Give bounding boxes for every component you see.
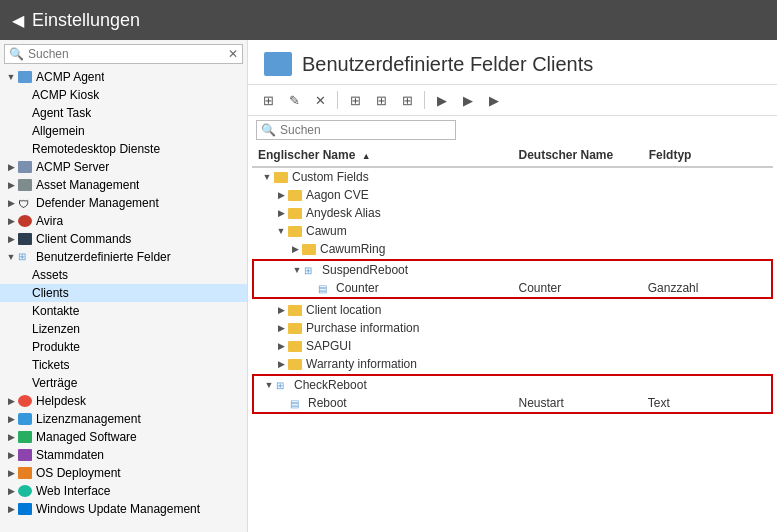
- content-search-box[interactable]: 🔍: [256, 120, 456, 140]
- sidebar-item-lizenzen[interactable]: Lizenzen: [0, 320, 247, 338]
- folder-icon: [288, 359, 302, 370]
- sidebar-item-custom-fields[interactable]: ▼ ⊞ Benutzerdefinierte Felder: [0, 248, 247, 266]
- row-english-name: Reboot: [308, 396, 347, 410]
- row-english-name: Anydesk Alias: [306, 206, 381, 220]
- row-english-name: Cawum: [306, 224, 347, 238]
- row-german-name: [513, 186, 643, 204]
- table-row[interactable]: ▶ Warranty information: [252, 355, 773, 373]
- row-english-name: SuspendReboot: [322, 263, 408, 277]
- row-german-name: [513, 355, 643, 373]
- row-field-type: [643, 319, 773, 337]
- content-search-input[interactable]: [280, 123, 451, 137]
- back-button[interactable]: ◀: [12, 11, 24, 30]
- sidebar-item-managed-software[interactable]: ▶ Managed Software: [0, 428, 247, 446]
- sidebar: 🔍 ✕ ▼ ACMP Agent ACMP Kiosk Agent Task A: [0, 40, 248, 532]
- content-search-icon: 🔍: [261, 123, 276, 137]
- row-field-type: [643, 222, 773, 240]
- content-area: Benutzerdefinierte Felder Clients ⊞ ✎ ✕ …: [248, 40, 777, 532]
- content-table: Englischer Name ▲ Deutscher Name Feldtyp: [252, 144, 773, 258]
- sidebar-item-remotedesktop[interactable]: Remotedesktop Dienste: [0, 140, 247, 158]
- license-icon: [18, 413, 32, 425]
- sidebar-label-acmp-kiosk: ACMP Kiosk: [32, 88, 99, 102]
- sidebar-label-client-commands: Client Commands: [36, 232, 131, 246]
- sidebar-item-stammdaten[interactable]: ▶ Stammdaten: [0, 446, 247, 464]
- sidebar-label-acmp-server: ACMP Server: [36, 160, 109, 174]
- sidebar-label-vertrage: Verträge: [32, 376, 77, 390]
- row-expand-icon: ▶: [274, 190, 288, 200]
- toolbar-btn-copy[interactable]: ⊞: [343, 89, 367, 111]
- field-icon: ▤: [318, 283, 332, 294]
- sidebar-item-web-interface[interactable]: ▶ Web Interface: [0, 482, 247, 500]
- sidebar-item-lizenzmanagement[interactable]: ▶ Lizenzmanagement: [0, 410, 247, 428]
- shield-icon: [18, 197, 32, 209]
- sidebar-item-clients-sub[interactable]: Clients: [0, 284, 247, 302]
- table-row[interactable]: ▶ Aagon CVE: [252, 186, 773, 204]
- expand-icon-custom-fields: ▼: [4, 252, 18, 262]
- sidebar-item-asset-mgmt[interactable]: ▶ Asset Management: [0, 176, 247, 194]
- sidebar-label-avira: Avira: [36, 214, 63, 228]
- sidebar-item-acmp-agent[interactable]: ▼ ACMP Agent: [0, 68, 247, 86]
- toolbar-btn-run3[interactable]: ▶: [482, 89, 506, 111]
- row-field-type: [643, 240, 773, 258]
- row-field-type: Text: [642, 394, 771, 412]
- sidebar-item-tickets[interactable]: Tickets: [0, 356, 247, 374]
- table-row-counter[interactable]: ▤ Counter Counter Ganzzahl: [254, 279, 771, 297]
- sidebar-item-helpdesk[interactable]: ▶ Helpdesk: [0, 392, 247, 410]
- sidebar-item-agent-task[interactable]: Agent Task: [0, 104, 247, 122]
- grid-icon: ⊞: [18, 251, 32, 263]
- sidebar-search-box[interactable]: 🔍 ✕: [4, 44, 243, 64]
- row-english-name: Client location: [306, 303, 381, 317]
- table-row[interactable]: ▶ Client location: [252, 301, 773, 319]
- check-table: ▼ ⊞ CheckReboot ▤ R: [254, 376, 771, 412]
- toolbar-btn-run2[interactable]: ▶: [456, 89, 480, 111]
- toolbar-btn-run1[interactable]: ▶: [430, 89, 454, 111]
- folder-icon: [288, 341, 302, 352]
- sidebar-item-kontakte[interactable]: Kontakte: [0, 302, 247, 320]
- toolbar-btn-new[interactable]: ⊞: [256, 89, 280, 111]
- sidebar-item-vertrage[interactable]: Verträge: [0, 374, 247, 392]
- sidebar-item-avira[interactable]: ▶ Avira: [0, 212, 247, 230]
- sidebar-label-windows-update: Windows Update Management: [36, 502, 200, 516]
- toolbar-btn-delete[interactable]: ✕: [308, 89, 332, 111]
- table-row[interactable]: ▼ Custom Fields: [252, 167, 773, 186]
- row-english-name: SAPGUI: [306, 339, 351, 353]
- sidebar-search-input[interactable]: [28, 47, 224, 61]
- sidebar-item-produkte[interactable]: Produkte: [0, 338, 247, 356]
- sidebar-item-assets-sub[interactable]: Assets: [0, 266, 247, 284]
- folder-icon: [288, 190, 302, 201]
- row-expand-icon: ▶: [274, 305, 288, 315]
- table-row-reboot[interactable]: ▤ Reboot Neustart Text: [254, 394, 771, 412]
- table-row-suspendreboot[interactable]: ▼ ⊞ SuspendReboot: [254, 261, 771, 279]
- sidebar-label-managed-software: Managed Software: [36, 430, 137, 444]
- sidebar-item-os-deployment[interactable]: ▶ OS Deployment: [0, 464, 247, 482]
- expand-icon-defender: ▶: [4, 198, 18, 208]
- col-english-name[interactable]: Englischer Name ▲: [252, 144, 513, 167]
- table-row[interactable]: ▶ SAPGUI: [252, 337, 773, 355]
- row-german-name: [513, 204, 643, 222]
- col-field-type[interactable]: Feldtyp: [643, 144, 773, 167]
- table-row[interactable]: ▶ CawumRing: [252, 240, 773, 258]
- windows-icon: [18, 503, 32, 515]
- col-german-name[interactable]: Deutscher Name: [513, 144, 643, 167]
- sidebar-item-acmp-kiosk[interactable]: ACMP Kiosk: [0, 86, 247, 104]
- table-row[interactable]: ▶ Anydesk Alias: [252, 204, 773, 222]
- sidebar-item-defender[interactable]: ▶ Defender Management: [0, 194, 247, 212]
- sidebar-label-web-interface: Web Interface: [36, 484, 110, 498]
- sidebar-item-acmp-server[interactable]: ▶ ACMP Server: [0, 158, 247, 176]
- toolbar-btn-extra[interactable]: ⊞: [395, 89, 419, 111]
- table-row-checkreboot[interactable]: ▼ ⊞ CheckReboot: [254, 376, 771, 394]
- sidebar-item-windows-update[interactable]: ▶ Windows Update Management: [0, 500, 247, 518]
- row-field-type: [643, 167, 773, 186]
- sidebar-item-client-commands[interactable]: ▶ Client Commands: [0, 230, 247, 248]
- deploy-icon: [18, 467, 32, 479]
- row-german-name: [513, 240, 643, 258]
- toolbar-btn-paste[interactable]: ⊞: [369, 89, 393, 111]
- toolbar-btn-edit[interactable]: ✎: [282, 89, 306, 111]
- row-field-type: [643, 301, 773, 319]
- sidebar-search-clear[interactable]: ✕: [228, 47, 238, 61]
- sidebar-item-allgemein[interactable]: Allgemein: [0, 122, 247, 140]
- expand-icon-win: ▶: [4, 504, 18, 514]
- table-row[interactable]: ▶ Purchase information: [252, 319, 773, 337]
- row-english-name: CawumRing: [320, 242, 385, 256]
- table-row[interactable]: ▼ Cawum: [252, 222, 773, 240]
